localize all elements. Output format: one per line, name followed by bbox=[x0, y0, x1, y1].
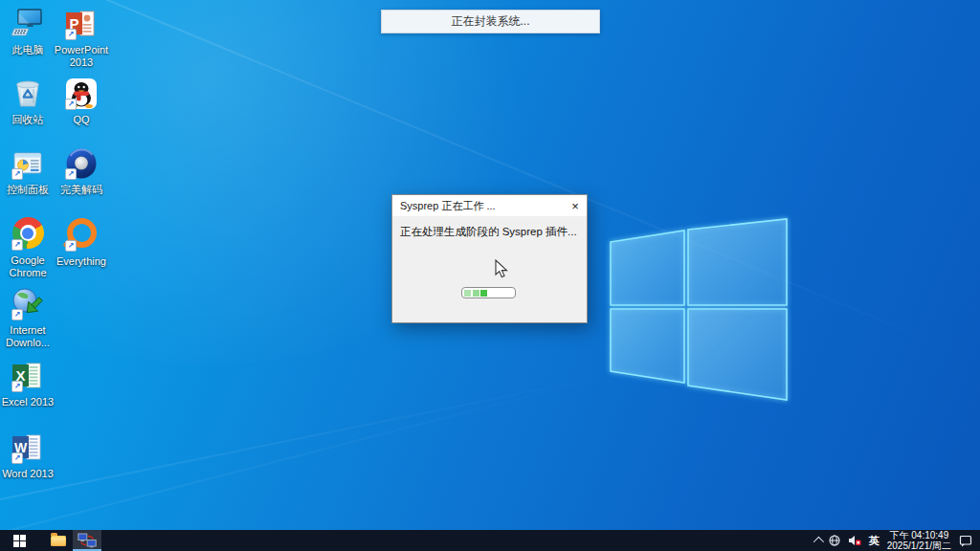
shortcut-arrow-icon: ↗ bbox=[65, 99, 77, 110]
desktop-icon-control-panel[interactable]: ↗ 控制面板 bbox=[0, 146, 56, 196]
network-globe-icon[interactable] bbox=[829, 535, 840, 546]
shortcut-arrow-icon: ↗ bbox=[11, 381, 23, 392]
file-explorer-icon bbox=[51, 536, 66, 546]
sysprep-computers-icon bbox=[78, 533, 97, 548]
taskbar: 英 下午 04:10:49 2025/1/21/周二 bbox=[0, 530, 980, 551]
shortcut-arrow-icon: ↗ bbox=[11, 168, 23, 180]
desktop-icon-powerpoint[interactable]: P ↗ PowerPoint 2013 bbox=[54, 7, 109, 69]
windows-start-icon bbox=[13, 535, 26, 547]
shortcut-arrow-icon: ↗ bbox=[65, 240, 77, 252]
progress-block bbox=[480, 290, 487, 297]
clock-time: 下午 04:10:49 bbox=[887, 530, 951, 540]
close-icon[interactable]: × bbox=[564, 199, 587, 213]
wallpaper-ray bbox=[0, 372, 619, 500]
windows-logo-wallpaper bbox=[601, 210, 792, 407]
word-icon: W ↗ bbox=[11, 430, 45, 465]
chrome-icon: ↗ bbox=[11, 217, 45, 252]
wallpaper-ray bbox=[0, 369, 631, 530]
desktop-icon-this-pc[interactable]: 此电脑 bbox=[0, 7, 56, 56]
desktop-icon-label: Everything bbox=[54, 255, 109, 268]
volume-muted-icon[interactable] bbox=[848, 535, 861, 546]
taskbar-empty-area bbox=[101, 530, 813, 551]
sealing-status-banner: 正在封装系统... bbox=[381, 10, 600, 33]
recycle-bin-icon bbox=[11, 77, 45, 111]
sysprep-dialog-titlebar[interactable]: Sysprep 正在工作 ... × bbox=[392, 195, 587, 216]
sealing-status-text: 正在封装系统... bbox=[451, 13, 529, 30]
desktop-icon-label: 完美解码 bbox=[54, 184, 109, 196]
control-panel-icon: ↗ bbox=[11, 146, 45, 181]
desktop-icon-label: Internet Downlo... bbox=[0, 324, 56, 349]
desktop-icon-label: Google Chrome bbox=[0, 254, 56, 279]
sysprep-dialog-message: 正在处理生成阶段的 Sysprep 插件... bbox=[400, 225, 577, 239]
sysprep-progress-bar bbox=[461, 287, 516, 298]
desktop-icon-idm[interactable]: ↗ Internet Downlo... bbox=[0, 287, 56, 349]
desktop-icon-qq[interactable]: ↗ QQ bbox=[54, 77, 109, 126]
desktop-icon-perfect-decoder[interactable]: ↗ 完美解码 bbox=[54, 146, 109, 196]
idm-globe-arrow-icon: ↗ bbox=[11, 287, 45, 321]
powerpoint-icon: P ↗ bbox=[64, 7, 99, 41]
this-pc-icon bbox=[11, 7, 45, 41]
desktop-icon-google-chrome[interactable]: ↗ Google Chrome bbox=[0, 216, 56, 279]
everything-magnifier-icon: ↗ bbox=[64, 218, 99, 253]
desktop-icon-word[interactable]: W ↗ Word 2013 bbox=[0, 430, 56, 480]
excel-icon: X ↗ bbox=[11, 359, 45, 393]
taskbar-sysprep-button[interactable] bbox=[73, 530, 101, 551]
desktop-icon-label: 控制面板 bbox=[0, 184, 56, 196]
taskbar-file-explorer-button[interactable] bbox=[44, 530, 73, 551]
action-center-icon[interactable] bbox=[959, 535, 972, 547]
desktop-icon-label: QQ bbox=[54, 114, 109, 126]
desktop-icon-recycle-bin[interactable]: 回收站 bbox=[0, 77, 56, 126]
sysprep-dialog-title: Sysprep 正在工作 ... bbox=[400, 199, 564, 213]
qq-penguin-icon: ↗ bbox=[64, 77, 99, 111]
start-button[interactable] bbox=[0, 530, 38, 551]
shortcut-arrow-icon: ↗ bbox=[65, 168, 77, 180]
desktop-icon-label: PowerPoint 2013 bbox=[54, 44, 109, 69]
system-tray: 英 下午 04:10:49 2025/1/21/周二 bbox=[813, 530, 980, 551]
progress-block bbox=[473, 290, 479, 297]
desktop-icon-label: Word 2013 bbox=[0, 468, 56, 480]
shortcut-arrow-icon: ↗ bbox=[11, 309, 23, 320]
sysprep-dialog: Sysprep 正在工作 ... × 正在处理生成阶段的 Sysprep 插件.… bbox=[391, 194, 588, 323]
desktop-icon-label: 回收站 bbox=[0, 114, 56, 126]
desktop-icon-excel[interactable]: X ↗ Excel 2013 bbox=[0, 359, 56, 408]
shortcut-arrow-icon: ↗ bbox=[11, 239, 23, 251]
desktop-icon-label: 此电脑 bbox=[0, 44, 56, 56]
shortcut-arrow-icon: ↗ bbox=[65, 29, 77, 40]
ime-language-indicator[interactable]: 英 bbox=[869, 534, 880, 548]
clock-date: 2025/1/21/周二 bbox=[887, 540, 951, 551]
desktop-icon-label: Excel 2013 bbox=[0, 396, 56, 408]
perfect-decoder-icon: ↗ bbox=[64, 146, 99, 181]
taskbar-clock[interactable]: 下午 04:10:49 2025/1/21/周二 bbox=[887, 530, 951, 551]
tray-chevron-up-icon[interactable] bbox=[813, 537, 823, 547]
progress-block bbox=[464, 290, 471, 297]
shortcut-arrow-icon: ↗ bbox=[11, 452, 23, 464]
desktop-icon-everything[interactable]: ↗ Everything bbox=[54, 216, 109, 268]
